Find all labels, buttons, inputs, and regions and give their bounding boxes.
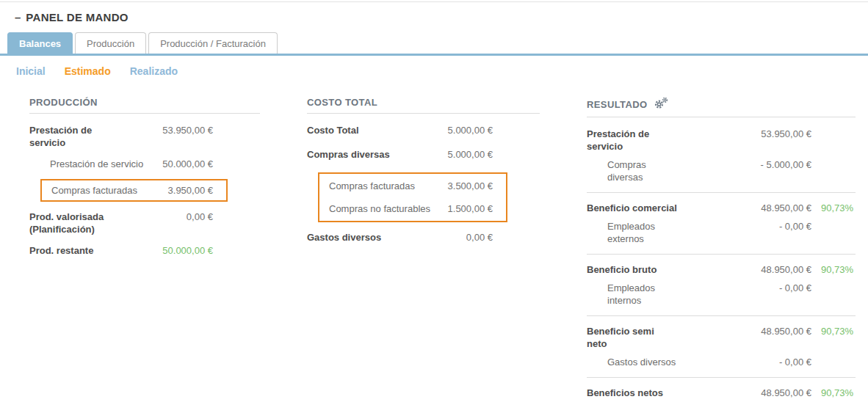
row-percent: 90,73% (811, 387, 856, 399)
row-empleados-externos: Empleados externos - 0,00 € (587, 220, 856, 245)
row-gastos-diversos: Gastos diversos - 0,00 € (587, 356, 856, 368)
section-divider (587, 192, 856, 193)
row-empleados-internos: Empleados internos - 0,00 € (587, 282, 856, 307)
row-label: Prestación de servicio (29, 124, 121, 149)
row-prod-restante: Prod. restante 50.000,00 € (29, 244, 213, 257)
row-costo-total: Costo Total 5.000,00 € (307, 124, 493, 136)
panel-title-divider (307, 113, 540, 114)
row-label: Prestación de servicio (50, 158, 143, 170)
tab-produccion[interactable]: Producción (75, 32, 146, 54)
row-percent: 90,73% (811, 202, 856, 214)
row-percent: 90,73% (811, 325, 856, 337)
row-label: Gastos diversos (307, 231, 417, 244)
row-value: - 0,00 € (779, 220, 811, 233)
row-label: Empleados externos (607, 220, 670, 245)
row-value: 3.950,00 € (168, 184, 213, 197)
row-label: Gastos diversos (607, 356, 688, 368)
row-label: Compras no facturables (329, 202, 430, 215)
produccion-panel: PRODUCCIÓN Prestación de servicio 53.950… (29, 97, 260, 266)
row-compras-facturadas: Compras facturadas 3.500,00 € (328, 180, 493, 192)
row-prod-valorisada: Prod. valorisada (Planificación) 0,00 € (29, 211, 213, 235)
view-inicial[interactable]: Inicial (16, 65, 46, 77)
row-label: Costo Total (307, 124, 417, 136)
row-beneficios-netos: Beneficios netos 48.950,00 € 90,73% (587, 387, 856, 399)
costo-total-panel: COSTO TOTAL Costo Total 5.000,00 € Compr… (307, 97, 540, 255)
row-value: 53.950,00 € (761, 128, 811, 140)
row-prestacion-de-servicio: Prestación de servicio 53.950,00 € (29, 124, 213, 149)
row-value: 1.500,00 € (448, 202, 493, 215)
row-label: Compras facturadas (329, 180, 415, 192)
highlight-box-compras-facturadas: Compras facturadas 3.950,00 € (40, 179, 228, 202)
row-value: - 0,00 € (779, 356, 811, 368)
row-value: 3.500,00 € (448, 180, 493, 192)
row-value: 48.950,00 € (761, 387, 811, 399)
view-estimado[interactable]: Estimado (65, 65, 111, 77)
panel-title-divider (587, 117, 856, 117)
collapse-toggle-icon[interactable]: – (15, 11, 21, 23)
row-value: 0,00 € (466, 231, 493, 244)
row-compras-diversas: Compras diversas 5.000,00 € (307, 148, 493, 161)
produccion-panel-title: PRODUCCIÓN (29, 97, 260, 108)
tab-bar: Balances Producción Producción / Factura… (0, 32, 868, 56)
row-value: 50.000,00 € (162, 158, 213, 170)
resultado-title-text: RESULTADO (587, 99, 648, 110)
row-label: Compras diversas (307, 148, 417, 161)
row-label: Compras diversas (607, 158, 670, 183)
page-title: PANEL DE MANDO (26, 11, 129, 23)
row-beneficio-bruto: Beneficio bruto 48.950,00 € 90,73% (587, 263, 856, 276)
row-value: 53.950,00 € (162, 124, 213, 136)
section-divider (587, 254, 856, 255)
row-label: Prod. restante (29, 244, 93, 257)
row-value: 48.950,00 € (761, 202, 811, 214)
row-prestacion-de-servicio: Prestación de servicio 53.950,00 € (587, 128, 856, 153)
resultado-panel: RESULTADO Prestación de servicio (587, 97, 856, 399)
row-beneficio-comercial: Beneficio comercial 48.950,00 € 90,73% (587, 202, 856, 214)
balance-view-switcher: Inicial Estimado Realizado (0, 56, 868, 77)
resultado-panel-title: RESULTADO (587, 97, 856, 112)
row-value: 48.950,00 € (761, 325, 811, 337)
row-label: Empleados internos (607, 282, 670, 307)
row-prestacion-de-servicio-detalle: Prestación de servicio 50.000,00 € (29, 158, 213, 170)
row-label: Beneficio semi neto (587, 325, 668, 350)
row-label: Beneficio bruto (587, 263, 697, 276)
section-divider (587, 377, 856, 378)
row-value: 5.000,00 € (448, 148, 493, 161)
row-label: Prestación de servicio (587, 128, 679, 153)
row-value: - 0,00 € (779, 282, 811, 294)
costo-total-panel-title: COSTO TOTAL (307, 97, 540, 108)
cogs-icon[interactable] (654, 97, 668, 112)
view-realizado[interactable]: Realizado (130, 65, 178, 77)
row-beneficio-semi-neto: Beneficio semi neto 48.950,00 € 90,73% (587, 325, 856, 350)
panel-header: – PANEL DE MANDO (0, 2, 868, 23)
row-gastos-diversos: Gastos diversos 0,00 € (307, 231, 493, 244)
row-compras-no-facturables: Compras no facturables 1.500,00 € (328, 202, 493, 215)
row-value: 48.950,00 € (761, 263, 811, 276)
row-label: Beneficios netos (587, 387, 697, 399)
highlight-box-compras: Compras facturadas 3.500,00 € Compras no… (318, 172, 507, 222)
section-divider (587, 315, 856, 316)
tab-balances[interactable]: Balances (7, 32, 73, 54)
row-value: 50.000,00 € (162, 244, 213, 257)
balances-content: PRODUCCIÓN Prestación de servicio 53.950… (0, 77, 868, 399)
panel-title-divider (29, 113, 260, 114)
row-label: Beneficio comercial (587, 202, 697, 214)
row-value: 5.000,00 € (448, 124, 493, 136)
row-value: 0,00 € (187, 211, 213, 223)
row-compras-diversas: Compras diversas - 5.000,00 € (587, 158, 856, 183)
tab-produccion-facturacion[interactable]: Producción / Facturación (148, 32, 278, 54)
row-label: Compras facturadas (51, 184, 137, 197)
row-compras-facturadas: Compras facturadas 3.950,00 € (50, 184, 213, 197)
row-percent: 90,73% (811, 263, 856, 276)
row-label: Prod. valorisada (Planificación) (29, 211, 121, 235)
row-value: - 5.000,00 € (761, 158, 811, 171)
